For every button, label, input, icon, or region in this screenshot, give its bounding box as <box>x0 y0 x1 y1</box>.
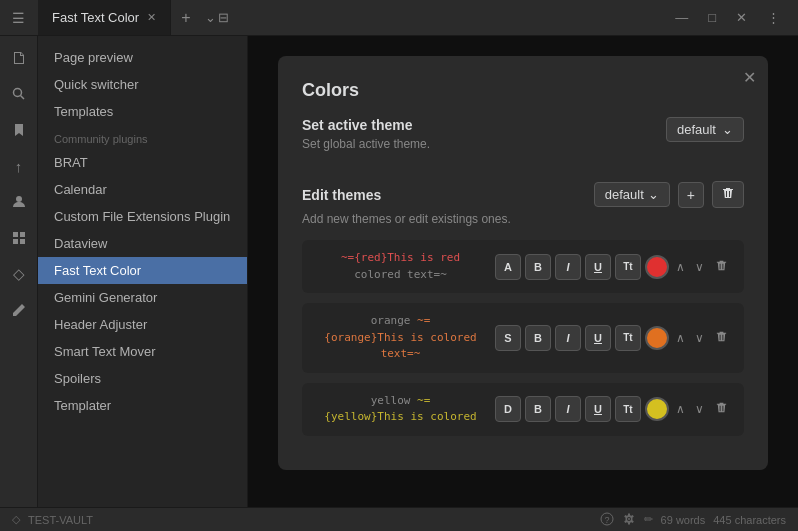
edit-themes-section: Edit themes default ⌄ + Add new themes o… <box>302 181 744 436</box>
edit-themes-title: Edit themes <box>302 187 586 203</box>
svg-point-2 <box>16 196 22 202</box>
orange-tt-btn[interactable]: Tt <box>615 325 641 351</box>
more-menu-btn[interactable]: ⋮ <box>761 8 786 27</box>
orange-underline-btn[interactable]: U <box>585 325 611 351</box>
set-theme-text: Set active theme Set global active theme… <box>302 117 430 161</box>
icon-bar-diamond[interactable]: ◇ <box>3 258 35 290</box>
orange-italic-btn[interactable]: I <box>555 325 581 351</box>
sidebar-item-custom-file[interactable]: Custom File Extensions Plugin <box>38 203 247 230</box>
help-btn[interactable]: ? <box>600 512 614 528</box>
main-tab[interactable]: Fast Text Color ✕ <box>38 0 171 35</box>
sidebar-item-fast-text-color[interactable]: Fast Text Color <box>38 257 247 284</box>
yellow-tt-btn[interactable]: Tt <box>615 396 641 422</box>
add-tab-btn[interactable]: + <box>171 9 200 27</box>
svg-rect-3 <box>13 232 18 237</box>
active-theme-dropdown[interactable]: default ⌄ <box>666 117 744 142</box>
sidebar-item-calendar[interactable]: Calendar <box>38 176 247 203</box>
settings-icon[interactable] <box>622 512 636 528</box>
yellow-underline-btn[interactable]: U <box>585 396 611 422</box>
status-bar: ◇ TEST-VAULT ? ✏ 69 words 445 characters <box>0 507 798 531</box>
tab-close-btn[interactable]: ✕ <box>147 11 156 24</box>
edit-theme-dropdown[interactable]: default ⌄ <box>594 182 670 207</box>
yellow-delete-btn[interactable] <box>711 399 732 419</box>
svg-text:?: ? <box>604 515 609 525</box>
orange-delete-btn[interactable] <box>711 328 732 348</box>
char-count: 445 characters <box>713 514 786 526</box>
red-controls: A B I U Tt ∧ ∨ <box>495 254 732 280</box>
svg-rect-6 <box>20 239 25 244</box>
sidebar-item-quick-switcher[interactable]: Quick switcher <box>38 71 247 98</box>
red-delete-btn[interactable] <box>711 257 732 277</box>
red-bold-btn[interactable]: B <box>525 254 551 280</box>
svg-point-0 <box>13 89 21 97</box>
red-color-swatch[interactable] <box>645 255 669 279</box>
set-theme-title: Set active theme <box>302 117 430 133</box>
orange-controls: S B I U Tt ∧ ∨ <box>495 325 732 351</box>
add-theme-btn[interactable]: + <box>678 182 704 208</box>
yellow-up-btn[interactable]: ∧ <box>673 400 688 418</box>
vault-name[interactable]: TEST-VAULT <box>28 514 93 526</box>
svg-line-1 <box>20 96 24 100</box>
split-view-icon[interactable]: ⊟ <box>218 10 229 25</box>
yellow-preview: yellow ~={yellow}This is colored <box>314 393 487 426</box>
maximize-btn[interactable]: □ <box>702 8 722 27</box>
menu-icon[interactable]: ☰ <box>8 6 29 30</box>
color-row-yellow: yellow ~={yellow}This is colored D B I U… <box>302 383 744 436</box>
content-area: ✕ Colors Set active theme Set global act… <box>248 36 798 507</box>
icon-bar-edit[interactable] <box>3 294 35 326</box>
yellow-bold-btn[interactable]: B <box>525 396 551 422</box>
orange-bold-btn[interactable]: B <box>525 325 551 351</box>
color-row-orange: orange ~={orange}This is colored text=~ … <box>302 303 744 373</box>
icon-bar-search[interactable] <box>3 78 35 110</box>
sidebar-item-dataview[interactable]: Dataview <box>38 230 247 257</box>
icon-bar-user[interactable] <box>3 186 35 218</box>
delete-theme-btn[interactable] <box>712 181 744 208</box>
red-down-btn[interactable]: ∨ <box>692 258 707 276</box>
colors-modal: ✕ Colors Set active theme Set global act… <box>278 56 768 470</box>
orange-down-btn[interactable]: ∨ <box>692 329 707 347</box>
red-up-btn[interactable]: ∧ <box>673 258 688 276</box>
sidebar-item-templates[interactable]: Templates <box>38 98 247 125</box>
sidebar: Page preview Quick switcher Templates Co… <box>38 36 248 507</box>
tab-dropdown-icon[interactable]: ⌄ <box>205 10 216 25</box>
modal-close-btn[interactable]: ✕ <box>743 68 756 87</box>
orange-color-swatch[interactable] <box>645 326 669 350</box>
edit-icon: ✏ <box>644 513 653 526</box>
red-tt-btn[interactable]: Tt <box>615 254 641 280</box>
sidebar-item-brat[interactable]: BRAT <box>38 149 247 176</box>
red-underline-btn[interactable]: U <box>585 254 611 280</box>
icon-bar-bookmark[interactable] <box>3 114 35 146</box>
sidebar-item-templater[interactable]: Templater <box>38 392 247 419</box>
red-format-a-btn[interactable]: A <box>495 254 521 280</box>
set-active-theme-section: Set active theme Set global active theme… <box>302 117 744 161</box>
dropdown-arrow-icon: ⌄ <box>722 122 733 137</box>
close-btn[interactable]: ✕ <box>730 8 753 27</box>
orange-format-s-btn[interactable]: S <box>495 325 521 351</box>
sidebar-item-smart-text-mover[interactable]: Smart Text Mover <box>38 338 247 365</box>
red-preview: ~={red}This is red colored text=~ <box>314 250 487 283</box>
status-right: ? ✏ 69 words 445 characters <box>600 512 786 528</box>
edit-themes-desc: Add new themes or edit existings ones. <box>302 212 744 226</box>
sidebar-item-page-preview[interactable]: Page preview <box>38 44 247 71</box>
sidebar-item-spoilers[interactable]: Spoilers <box>38 365 247 392</box>
sidebar-item-gemini[interactable]: Gemini Generator <box>38 284 247 311</box>
icon-bar-grid[interactable] <box>3 222 35 254</box>
color-row-red: ~={red}This is red colored text=~ A B I … <box>302 240 744 293</box>
yellow-italic-btn[interactable]: I <box>555 396 581 422</box>
yellow-format-d-btn[interactable]: D <box>495 396 521 422</box>
svg-rect-4 <box>20 232 25 237</box>
red-italic-btn[interactable]: I <box>555 254 581 280</box>
tab-title: Fast Text Color <box>52 10 139 25</box>
icon-bar-files[interactable] <box>3 42 35 74</box>
icon-bar-up[interactable]: ↑ <box>3 150 35 182</box>
yellow-down-btn[interactable]: ∨ <box>692 400 707 418</box>
tab-controls: ⌄ ⊟ <box>201 10 233 25</box>
word-count: 69 words <box>661 514 706 526</box>
sidebar-item-header-adjuster[interactable]: Header Adjuster <box>38 311 247 338</box>
status-left: ◇ TEST-VAULT <box>12 513 93 526</box>
yellow-color-swatch[interactable] <box>645 397 669 421</box>
minimize-btn[interactable]: — <box>669 8 694 27</box>
community-plugins-label: Community plugins <box>38 125 247 149</box>
orange-up-btn[interactable]: ∧ <box>673 329 688 347</box>
set-theme-header: Set active theme Set global active theme… <box>302 117 744 161</box>
